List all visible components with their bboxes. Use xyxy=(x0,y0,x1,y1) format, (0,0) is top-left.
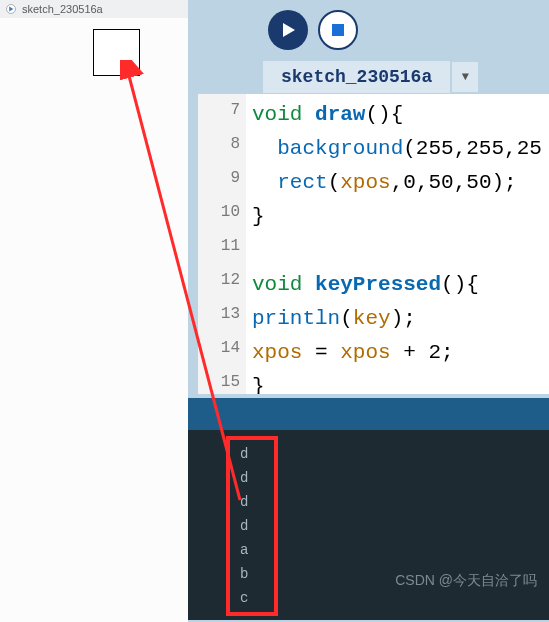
line-number: 9 xyxy=(198,166,240,190)
console-line: b xyxy=(240,564,274,584)
line-number: 14 xyxy=(198,336,240,360)
sketch-output-window: sketch_230516a xyxy=(0,0,188,622)
console-line: a xyxy=(240,540,274,560)
line-number: 8 xyxy=(198,132,240,156)
line-number: 10 xyxy=(198,200,240,224)
tab-bar: sketch_230516a ▼ xyxy=(188,60,549,94)
console-output-highlight: d d d d a b c xyxy=(226,436,278,616)
processing-icon xyxy=(6,4,16,14)
console-line: d xyxy=(240,468,274,488)
line-number: 12 xyxy=(198,268,240,292)
line-number: 7 xyxy=(198,98,240,122)
code-text[interactable]: void draw(){ background(255,255,25 rect(… xyxy=(246,94,549,394)
console-line: d xyxy=(240,516,274,536)
svg-marker-1 xyxy=(283,23,295,37)
processing-editor-panel: sketch_230516a ▼ 7 8 9 10 11 12 13 14 15… xyxy=(188,0,549,622)
console-line: d xyxy=(240,444,274,464)
chevron-down-icon: ▼ xyxy=(462,70,469,84)
stop-button[interactable] xyxy=(318,10,358,50)
console-line: c xyxy=(240,588,274,608)
editor-footer-strip xyxy=(188,398,549,430)
toolbar xyxy=(188,0,549,60)
run-button[interactable] xyxy=(268,10,308,50)
console-line: d xyxy=(240,492,274,512)
output-window-title: sketch_230516a xyxy=(22,3,103,15)
code-editor[interactable]: 7 8 9 10 11 12 13 14 15 void draw(){ bac… xyxy=(198,94,549,394)
output-window-titlebar[interactable]: sketch_230516a xyxy=(0,0,188,18)
line-number: 13 xyxy=(198,302,240,326)
svg-rect-2 xyxy=(332,24,344,36)
tab-dropdown-button[interactable]: ▼ xyxy=(452,62,478,92)
svg-marker-0 xyxy=(9,7,13,12)
console-panel: d d d d a b c CSDN @今天自洽了吗 xyxy=(188,430,549,620)
line-number: 11 xyxy=(198,234,240,258)
sketch-canvas-rect xyxy=(93,29,140,76)
watermark-text: CSDN @今天自洽了吗 xyxy=(395,572,537,590)
line-number: 15 xyxy=(198,370,240,394)
tab-sketch[interactable]: sketch_230516a xyxy=(263,61,450,93)
line-number-gutter: 7 8 9 10 11 12 13 14 15 xyxy=(198,94,246,394)
